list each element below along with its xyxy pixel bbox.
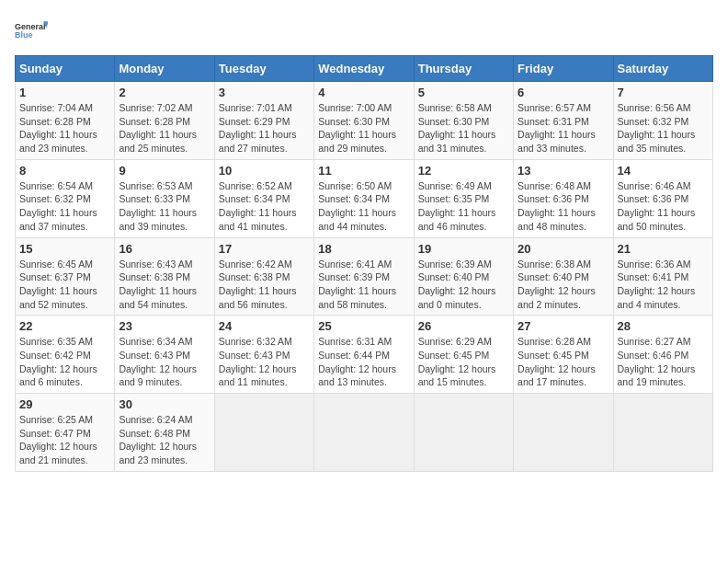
day-number: 12 xyxy=(418,164,509,178)
calendar-cell: 6Sunrise: 6:57 AMSunset: 6:31 PMDaylight… xyxy=(514,82,613,160)
day-info: Sunrise: 6:31 AMSunset: 6:44 PMDaylight:… xyxy=(318,335,409,389)
day-number: 9 xyxy=(119,164,210,178)
svg-text:Blue: Blue xyxy=(15,30,33,40)
calendar-header-thursday: Thursday xyxy=(414,56,513,82)
calendar-cell: 25Sunrise: 6:31 AMSunset: 6:44 PMDayligh… xyxy=(314,316,414,394)
day-info: Sunrise: 6:45 AMSunset: 6:37 PMDaylight:… xyxy=(19,258,110,312)
day-info: Sunrise: 6:25 AMSunset: 6:47 PMDaylight:… xyxy=(19,413,110,467)
calendar-week-4: 22Sunrise: 6:35 AMSunset: 6:42 PMDayligh… xyxy=(16,316,713,394)
day-info: Sunrise: 6:24 AMSunset: 6:48 PMDaylight:… xyxy=(119,413,210,467)
calendar-cell: 29Sunrise: 6:25 AMSunset: 6:47 PMDayligh… xyxy=(16,394,115,472)
calendar-header-tuesday: Tuesday xyxy=(214,56,313,82)
day-number: 18 xyxy=(318,242,409,256)
calendar-cell: 4Sunrise: 7:00 AMSunset: 6:30 PMDaylight… xyxy=(314,82,414,160)
day-number: 16 xyxy=(119,242,210,256)
day-number: 29 xyxy=(19,397,110,411)
calendar-cell: 30Sunrise: 6:24 AMSunset: 6:48 PMDayligh… xyxy=(115,394,214,472)
day-number: 1 xyxy=(19,86,110,99)
day-info: Sunrise: 6:35 AMSunset: 6:42 PMDaylight:… xyxy=(19,335,110,389)
day-number: 6 xyxy=(518,86,609,99)
day-number: 19 xyxy=(418,242,509,256)
day-number: 13 xyxy=(518,164,609,178)
calendar-cell: 1Sunrise: 7:04 AMSunset: 6:28 PMDaylight… xyxy=(16,82,115,160)
day-number: 28 xyxy=(618,319,709,333)
calendar-cell xyxy=(514,394,613,472)
day-info: Sunrise: 6:56 AMSunset: 6:32 PMDaylight:… xyxy=(618,101,709,155)
day-info: Sunrise: 6:54 AMSunset: 6:32 PMDaylight:… xyxy=(19,179,110,234)
calendar-header-friday: Friday xyxy=(514,56,613,82)
header: General Blue xyxy=(15,15,713,48)
day-info: Sunrise: 6:39 AMSunset: 6:40 PMDaylight:… xyxy=(418,258,509,312)
calendar-week-1: 1Sunrise: 7:04 AMSunset: 6:28 PMDaylight… xyxy=(16,82,713,160)
day-number: 4 xyxy=(318,86,409,99)
day-info: Sunrise: 6:46 AMSunset: 6:36 PMDaylight:… xyxy=(618,179,709,234)
calendar-header-sunday: Sunday xyxy=(16,56,115,82)
calendar-cell: 19Sunrise: 6:39 AMSunset: 6:40 PMDayligh… xyxy=(414,237,513,316)
calendar-cell: 5Sunrise: 6:58 AMSunset: 6:30 PMDaylight… xyxy=(414,82,513,160)
day-number: 27 xyxy=(518,319,609,333)
day-number: 22 xyxy=(19,319,110,333)
day-info: Sunrise: 6:29 AMSunset: 6:45 PMDaylight:… xyxy=(418,335,509,389)
calendar-cell: 14Sunrise: 6:46 AMSunset: 6:36 PMDayligh… xyxy=(613,159,712,237)
day-info: Sunrise: 6:38 AMSunset: 6:40 PMDaylight:… xyxy=(518,258,609,312)
calendar-header-saturday: Saturday xyxy=(613,56,712,82)
day-info: Sunrise: 7:04 AMSunset: 6:28 PMDaylight:… xyxy=(19,101,110,155)
calendar-cell: 16Sunrise: 6:43 AMSunset: 6:38 PMDayligh… xyxy=(115,237,214,316)
calendar-cell xyxy=(314,394,414,472)
calendar-cell: 17Sunrise: 6:42 AMSunset: 6:38 PMDayligh… xyxy=(214,237,313,316)
day-info: Sunrise: 6:43 AMSunset: 6:38 PMDaylight:… xyxy=(119,258,210,312)
calendar-cell: 27Sunrise: 6:28 AMSunset: 6:45 PMDayligh… xyxy=(514,316,613,394)
day-info: Sunrise: 6:28 AMSunset: 6:45 PMDaylight:… xyxy=(518,335,609,389)
day-info: Sunrise: 6:58 AMSunset: 6:30 PMDaylight:… xyxy=(418,101,509,155)
logo: General Blue xyxy=(15,15,48,48)
day-number: 23 xyxy=(119,319,210,333)
day-info: Sunrise: 6:53 AMSunset: 6:33 PMDaylight:… xyxy=(119,179,210,234)
day-number: 5 xyxy=(418,86,509,99)
day-number: 8 xyxy=(19,164,110,178)
day-info: Sunrise: 6:42 AMSunset: 6:38 PMDaylight:… xyxy=(219,258,310,312)
calendar-header-row: SundayMondayTuesdayWednesdayThursdayFrid… xyxy=(16,56,713,82)
day-info: Sunrise: 7:02 AMSunset: 6:28 PMDaylight:… xyxy=(119,101,210,155)
calendar-cell: 18Sunrise: 6:41 AMSunset: 6:39 PMDayligh… xyxy=(314,237,414,316)
calendar-cell: 22Sunrise: 6:35 AMSunset: 6:42 PMDayligh… xyxy=(16,316,115,394)
day-info: Sunrise: 6:32 AMSunset: 6:43 PMDaylight:… xyxy=(219,335,310,389)
day-info: Sunrise: 6:52 AMSunset: 6:34 PMDaylight:… xyxy=(219,179,310,234)
day-info: Sunrise: 6:41 AMSunset: 6:39 PMDaylight:… xyxy=(318,258,409,312)
calendar-cell: 24Sunrise: 6:32 AMSunset: 6:43 PMDayligh… xyxy=(214,316,313,394)
day-number: 3 xyxy=(219,86,310,99)
calendar-week-2: 8Sunrise: 6:54 AMSunset: 6:32 PMDaylight… xyxy=(16,159,713,237)
day-number: 21 xyxy=(618,242,709,256)
calendar-cell xyxy=(613,394,712,472)
day-number: 26 xyxy=(418,319,509,333)
calendar-cell: 9Sunrise: 6:53 AMSunset: 6:33 PMDaylight… xyxy=(115,159,214,237)
calendar-week-5: 29Sunrise: 6:25 AMSunset: 6:47 PMDayligh… xyxy=(16,394,713,472)
calendar-cell: 23Sunrise: 6:34 AMSunset: 6:43 PMDayligh… xyxy=(115,316,214,394)
day-info: Sunrise: 6:50 AMSunset: 6:34 PMDaylight:… xyxy=(318,179,409,234)
calendar-cell: 11Sunrise: 6:50 AMSunset: 6:34 PMDayligh… xyxy=(314,159,414,237)
calendar-cell: 21Sunrise: 6:36 AMSunset: 6:41 PMDayligh… xyxy=(613,237,712,316)
calendar-cell xyxy=(214,394,313,472)
calendar-cell: 13Sunrise: 6:48 AMSunset: 6:36 PMDayligh… xyxy=(514,159,613,237)
calendar-cell: 20Sunrise: 6:38 AMSunset: 6:40 PMDayligh… xyxy=(514,237,613,316)
day-info: Sunrise: 6:36 AMSunset: 6:41 PMDaylight:… xyxy=(618,258,709,312)
day-info: Sunrise: 6:49 AMSunset: 6:35 PMDaylight:… xyxy=(418,179,509,234)
day-number: 11 xyxy=(318,164,409,178)
calendar-cell: 7Sunrise: 6:56 AMSunset: 6:32 PMDaylight… xyxy=(613,82,712,160)
day-info: Sunrise: 7:00 AMSunset: 6:30 PMDaylight:… xyxy=(318,101,409,155)
day-info: Sunrise: 6:57 AMSunset: 6:31 PMDaylight:… xyxy=(518,101,609,155)
day-number: 7 xyxy=(618,86,709,99)
calendar-header-monday: Monday xyxy=(115,56,214,82)
calendar-header-wednesday: Wednesday xyxy=(314,56,414,82)
day-number: 10 xyxy=(219,164,310,178)
day-number: 24 xyxy=(219,319,310,333)
calendar-cell: 26Sunrise: 6:29 AMSunset: 6:45 PMDayligh… xyxy=(414,316,513,394)
day-number: 20 xyxy=(518,242,609,256)
calendar-cell: 10Sunrise: 6:52 AMSunset: 6:34 PMDayligh… xyxy=(214,159,313,237)
calendar-cell: 8Sunrise: 6:54 AMSunset: 6:32 PMDaylight… xyxy=(16,159,115,237)
calendar-cell: 12Sunrise: 6:49 AMSunset: 6:35 PMDayligh… xyxy=(414,159,513,237)
calendar-cell: 15Sunrise: 6:45 AMSunset: 6:37 PMDayligh… xyxy=(16,237,115,316)
calendar-body: 1Sunrise: 7:04 AMSunset: 6:28 PMDaylight… xyxy=(16,82,713,472)
day-number: 25 xyxy=(318,319,409,333)
day-number: 17 xyxy=(219,242,310,256)
calendar-cell: 2Sunrise: 7:02 AMSunset: 6:28 PMDaylight… xyxy=(115,82,214,160)
